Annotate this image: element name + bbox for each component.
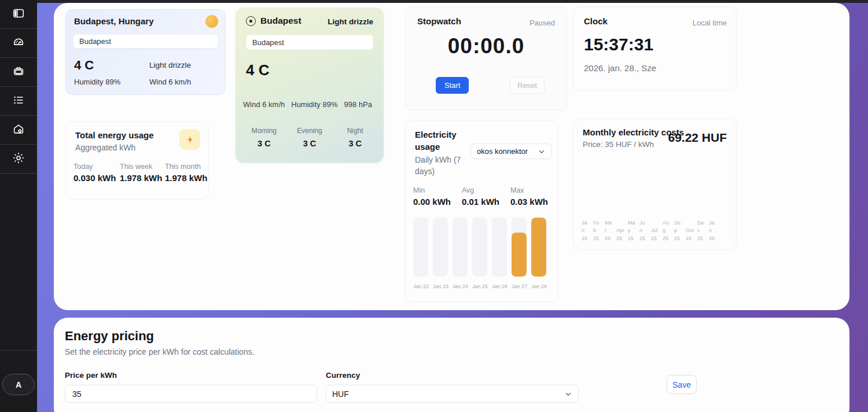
price-input[interactable] xyxy=(65,385,317,403)
clock-date: 2026. jan. 28., Sze xyxy=(584,63,656,73)
stat-value: 0.030 kWh xyxy=(73,173,120,183)
month-label: De c 25 xyxy=(697,219,707,243)
bar-label: Jan 22 xyxy=(413,284,428,289)
stat-label: Max xyxy=(510,186,559,194)
bar-col: Jan 25 xyxy=(472,218,487,289)
sidebar-item-panels[interactable] xyxy=(0,0,37,29)
settings-gear-icon xyxy=(12,152,25,167)
forecast-label: Morning xyxy=(241,127,287,135)
monthly-labels: Ja n 25Fe b 25Ma r 25Apr 25Ma y 25Ju n 2… xyxy=(582,219,731,243)
forecast-temp: 3 C xyxy=(287,139,333,148)
energy-pricing-subtitle: Set the electricity price per kWh for co… xyxy=(65,347,255,356)
clock-badge: Local time xyxy=(693,19,727,27)
weather-small-humidity: Humidity 89% xyxy=(74,78,120,86)
chevron-down-icon xyxy=(538,148,546,156)
forecast-temp: 3 C xyxy=(241,139,287,148)
weather-small-temp: 4 C xyxy=(74,58,94,73)
gauge-icon xyxy=(12,36,25,51)
bar-label: Jan 24 xyxy=(453,284,468,289)
bar-fill xyxy=(531,218,546,277)
app: A Budapest, Hungary 4 C Light drizzle Hu… xyxy=(0,0,868,412)
month-label: Oct 25 xyxy=(686,227,696,242)
energy-pricing-title: Energy pricing xyxy=(65,329,154,344)
smart-home-icon xyxy=(12,123,25,138)
month-label: Ma y 25 xyxy=(628,219,638,243)
stat-value: 0.03 kWh xyxy=(510,197,559,207)
sidebar-item-devices[interactable] xyxy=(0,58,37,87)
list-icon xyxy=(12,94,25,109)
clock-time: 15:37:31 xyxy=(584,35,653,54)
stat-value: 1.978 kWh xyxy=(165,173,211,183)
weather-large-wind: Wind 6 km/h xyxy=(243,100,285,109)
month-label: Fe b 25 xyxy=(593,219,603,243)
stat-label: Avg xyxy=(462,186,510,194)
sidebar-item-home[interactable] xyxy=(0,116,37,145)
electricity-usage-card: Electricity usage Daily kWh (7 days) oko… xyxy=(405,120,558,302)
weather-large-metrics: Wind 6 km/h Humidity 89% 998 hPa xyxy=(243,100,372,109)
bar-col: Jan 24 xyxy=(453,218,468,289)
stat-value: 0.01 kWh xyxy=(462,197,510,207)
currency-select-value: HUF xyxy=(332,389,349,399)
electricity-usage-stats: Min 0.00 kWh Avg 0.01 kWh Max 0.03 kWh xyxy=(413,186,559,207)
currency-select[interactable]: HUF xyxy=(326,385,579,403)
stat-label: Today xyxy=(73,163,120,171)
drawer-icon xyxy=(12,65,25,80)
sidebar-item-dashboard[interactable] xyxy=(0,29,37,58)
stat-label: Min xyxy=(413,186,462,194)
avatar[interactable]: A xyxy=(2,374,35,395)
month-label: Ja n 26 xyxy=(709,219,719,243)
bar-fill xyxy=(512,233,527,277)
weather-small-title: Budapest, Hungary xyxy=(74,16,217,26)
bar-track xyxy=(453,218,468,277)
forecast-temp: 3 C xyxy=(332,139,378,148)
weather-forecast-row: Morning 3 C Evening 3 C Night 3 C xyxy=(241,127,378,148)
monthly-costs-total: 69.22 HUF xyxy=(668,131,727,145)
main-area: Budapest, Hungary 4 C Light drizzle Humi… xyxy=(37,0,868,412)
total-energy-stats: Today 0.030 kWh This week 1.978 kWh This… xyxy=(73,163,211,183)
month-label: Ju n 25 xyxy=(639,219,649,243)
stopwatch-time: 00:00.0 xyxy=(406,34,567,58)
stopwatch-card: Stopwatch Paused 00:00.0 Start Reset xyxy=(405,6,567,111)
month-label: Jul 25 xyxy=(651,227,661,242)
month-label: Ma r 25 xyxy=(605,219,615,243)
start-button[interactable]: Start xyxy=(436,77,469,94)
stat-value: 1.978 kWh xyxy=(120,173,165,183)
weather-small-city-input[interactable] xyxy=(73,34,218,49)
sidebar-item-settings[interactable] xyxy=(0,145,37,174)
bar-col: Jan 27 xyxy=(512,218,527,289)
stat-label: This month xyxy=(165,163,211,171)
bar-label: Jan 25 xyxy=(472,284,487,289)
bar-track xyxy=(433,218,448,277)
chevron-down-icon xyxy=(564,390,572,398)
sidebar-item-list[interactable] xyxy=(0,87,37,116)
month-label: Se p 25 xyxy=(674,219,684,243)
total-energy-card: Total energy usage Aggregated kWh Today … xyxy=(65,122,209,200)
weather-large-humidity: Humidity 89% xyxy=(291,100,337,109)
weather-large-temp: 4 C xyxy=(246,61,269,79)
weather-large-city-input[interactable] xyxy=(246,35,373,50)
weather-card-small: Budapest, Hungary 4 C Light drizzle Humi… xyxy=(65,9,226,95)
reset-button[interactable]: Reset xyxy=(510,77,545,94)
device-select[interactable]: okos konnektor xyxy=(470,144,552,159)
stopwatch-status: Paused xyxy=(529,19,555,27)
stat-value: 0.00 kWh xyxy=(413,197,462,207)
sun-icon xyxy=(205,15,218,28)
weather-large-condition: Light drizzle xyxy=(328,17,373,26)
bar-track xyxy=(413,218,428,277)
month-label: Ja n 25 xyxy=(582,219,591,243)
month-label: Au g 25 xyxy=(663,219,672,243)
monthly-costs-card: Monthly electricity costs Price: 35 HUF … xyxy=(573,119,737,250)
bar-label: Jan 26 xyxy=(492,284,507,289)
bar-track xyxy=(512,218,527,277)
device-select-value: okos konnektor xyxy=(477,147,528,156)
electricity-bars: Jan 22Jan 23Jan 24Jan 25Jan 26Jan 27Jan … xyxy=(413,218,546,289)
bar-col: Jan 22 xyxy=(413,218,428,289)
weather-small-condition: Light drizzle xyxy=(149,61,191,69)
location-target-icon xyxy=(246,16,256,26)
save-button[interactable]: Save xyxy=(667,375,697,394)
weather-card-large: Budapest Light drizzle 4 C Wind 6 km/h H… xyxy=(236,8,384,163)
avatar-label: A xyxy=(16,380,21,389)
currency-label: Currency xyxy=(326,371,360,380)
weather-large-title: Budapest xyxy=(260,16,301,26)
widgets-panel: Budapest, Hungary 4 C Light drizzle Humi… xyxy=(54,3,849,310)
